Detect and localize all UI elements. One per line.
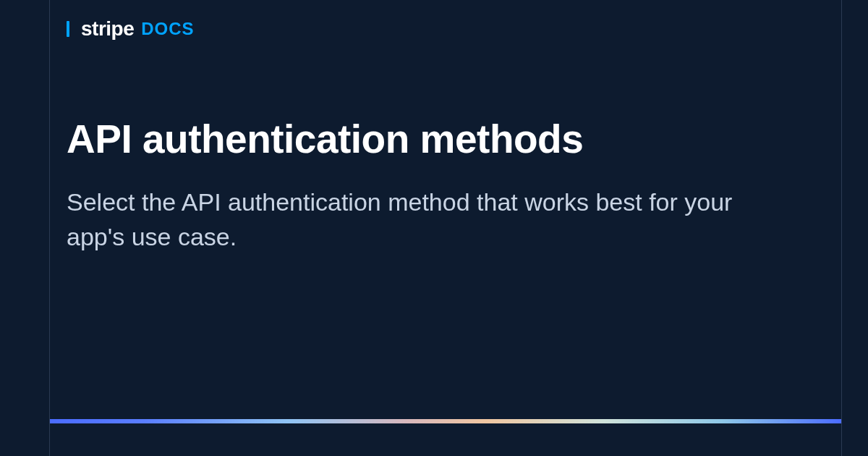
docs-label: DOCS [141,20,194,38]
page-subtitle: Select the API authentication method tha… [67,185,775,254]
bottom-gradient-rule [50,419,841,423]
main-content: API authentication methods Select the AP… [67,116,801,254]
stripe-logo: stripe [81,19,134,39]
brand-row: stripe DOCS [67,19,195,39]
brand-accent-bar [67,21,69,37]
page-title: API authentication methods [67,116,801,162]
